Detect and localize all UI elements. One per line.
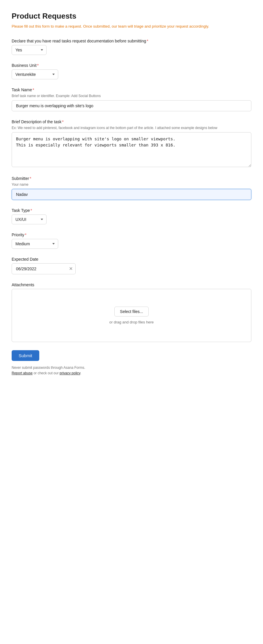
description-hint: Ex: We need to add pinterest, facebook a… <box>12 126 251 130</box>
declare-label: Declare that you have read tasks request… <box>12 39 251 43</box>
page-subtitle: Please fill out this form to make a requ… <box>12 24 251 29</box>
expected-date-section: Expected Date ✕ <box>12 257 251 274</box>
description-textarea[interactable]: Burger menu is overlapping with site's l… <box>12 132 251 167</box>
business-unit-label: Business Unit* <box>12 63 251 68</box>
submit-section: Submit Never submit passwords through As… <box>12 350 251 376</box>
footer-middle: or check out our <box>33 371 60 375</box>
expected-date-label: Expected Date <box>12 257 251 262</box>
task-name-input[interactable] <box>12 100 251 111</box>
submitter-hint: Your name <box>12 183 251 187</box>
date-input-wrapper: ✕ <box>12 263 76 274</box>
submit-button[interactable]: Submit <box>12 350 39 361</box>
page-title: Product Requests <box>12 12 251 21</box>
task-name-section: Task Name* Brief task name or identifier… <box>12 87 251 111</box>
description-label: Brief Description of the task* <box>12 119 251 124</box>
privacy-policy-link[interactable]: privacy policy <box>60 371 80 375</box>
task-type-select[interactable]: UX/UI <box>12 214 47 224</box>
task-name-hint: Brief task name or identifier. Example: … <box>12 94 251 98</box>
date-clear-button[interactable]: ✕ <box>69 266 73 271</box>
business-unit-section: Business Unit* Venturekite <box>12 63 251 79</box>
expected-date-input[interactable] <box>12 263 76 274</box>
declare-select-wrapper: Yes No <box>12 45 47 55</box>
business-unit-select-wrapper: Venturekite <box>12 69 58 79</box>
priority-section: Priority* Low Medium High <box>12 232 251 249</box>
priority-select-wrapper: Low Medium High <box>12 239 58 249</box>
task-type-select-wrapper: UX/UI <box>12 214 47 224</box>
priority-label: Priority* <box>12 232 251 237</box>
task-type-section: Task Type* UX/UI <box>12 208 251 224</box>
form-footer: Never submit passwords through Asana For… <box>12 365 251 376</box>
business-unit-select[interactable]: Venturekite <box>12 69 58 79</box>
submitter-section: Submitter* Your name <box>12 176 251 200</box>
attachments-dropzone[interactable]: Select files... or drag and drop files h… <box>12 289 251 342</box>
report-abuse-link[interactable]: Report abuse <box>12 371 33 375</box>
submitter-input[interactable] <box>12 189 251 200</box>
description-section: Brief Description of the task* Ex: We ne… <box>12 119 251 168</box>
task-type-label: Task Type* <box>12 208 251 213</box>
submitter-label: Submitter* <box>12 176 251 181</box>
attachments-label: Attachments <box>12 282 251 287</box>
task-name-label: Task Name* <box>12 87 251 92</box>
select-files-button[interactable]: Select files... <box>114 307 148 316</box>
drag-drop-text: or drag and drop files here <box>109 320 154 324</box>
declare-select[interactable]: Yes No <box>12 45 47 55</box>
footer-end: . <box>80 371 81 375</box>
priority-select[interactable]: Low Medium High <box>12 239 58 249</box>
footer-line1: Never submit passwords through Asana For… <box>12 366 85 370</box>
attachments-section: Attachments Select files... or drag and … <box>12 282 251 342</box>
declare-section: Declare that you have read tasks request… <box>12 39 251 55</box>
